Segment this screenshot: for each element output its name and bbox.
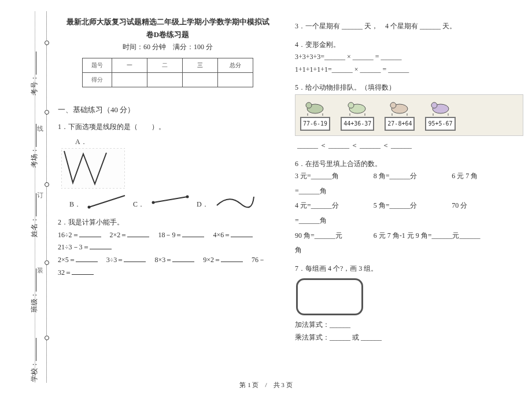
- score-cell: [218, 73, 253, 87]
- expr: 32＝: [58, 268, 72, 277]
- animal-icon: [386, 98, 413, 116]
- time-score-meta: 时间：60 分钟 满分：100 分: [58, 42, 278, 52]
- score-header-label: 题号: [83, 58, 112, 73]
- q5-animal-2: 44+36-37: [341, 98, 374, 131]
- text: 考号：: [30, 75, 38, 95]
- svg-point-4: [152, 201, 155, 204]
- question-7: 7．每组画 4 个?，画 3 组。 加法算式：______ 乘法算式：_____…: [295, 263, 523, 344]
- svg-point-5: [186, 196, 189, 198]
- q6-cell: 4 元=______分: [295, 200, 367, 212]
- q6-stem: 6．在括号里填上合适的数。: [295, 158, 523, 171]
- q6-cell: 3 元=______角: [295, 170, 367, 183]
- q5-expr-2: 44+36-37: [341, 117, 374, 131]
- title-line2: 卷D卷练习题: [58, 30, 278, 40]
- score-col-total: 总分: [218, 58, 253, 73]
- binding-label-id: 考号：: [29, 51, 39, 95]
- score-col-2: 二: [147, 58, 183, 73]
- svg-point-7: [306, 102, 312, 108]
- score-table: 题号 一 二 三 总分 得分: [82, 58, 253, 87]
- text: 学校：: [30, 361, 38, 382]
- question-5: 5．给小动物排排队。（填得数） 77-6-19 44+36-37 27-8+64…: [295, 82, 523, 152]
- expr: 2×5＝: [58, 256, 76, 264]
- q1-figure-c: [150, 191, 191, 211]
- binding-label-name: 姓名：: [29, 193, 39, 237]
- q1-figure-b: [87, 191, 127, 211]
- q4-line2: 1+1+1+1+1=______ × ______ = ______: [295, 64, 523, 76]
- svg-line-3: [153, 197, 187, 202]
- q6-cell: 70 分: [452, 200, 523, 212]
- binding-column: 订 线 装 学校： 班级： 姓名： 考场： 考号：: [0, 0, 52, 394]
- animal-icon: [302, 98, 328, 116]
- q7-addition: 加法算式：______: [295, 319, 523, 332]
- question-4: 4．变形金刚。 3+3+3+3=______ × ______ = ______…: [295, 39, 523, 76]
- q7-multiplication: 乘法算式：______ 或 ______: [295, 332, 523, 344]
- section-1-heading: 一、基础练习（40 分）: [58, 105, 278, 115]
- expr: 16÷2＝: [58, 231, 79, 239]
- q6-cell: =______角: [295, 185, 523, 198]
- q2-line2: 21÷3－3＝: [58, 241, 278, 254]
- q3-text: 3．一个星期有 ______ 天， 4 个星期有 ______ 天。: [295, 22, 456, 30]
- text: 班级：: [30, 292, 38, 312]
- expr: 76－: [252, 256, 265, 264]
- score-cell: [147, 73, 183, 87]
- binding-label-school: 学校：: [29, 338, 39, 382]
- q5-animal-3: 27-8+64: [385, 98, 415, 131]
- expr: 21÷3－3＝: [58, 243, 90, 251]
- q1-stem: 1．下面选项是线段的是（ ）。: [58, 121, 278, 134]
- q6-cell: =______角: [295, 215, 523, 227]
- q7-draw-box: [296, 278, 363, 315]
- question-6: 6．在括号里填上合适的数。 3 元=______角 8 角=______分 6 …: [295, 158, 523, 257]
- q5-animal-1: 77-6-19: [300, 98, 330, 131]
- svg-line-1: [89, 196, 125, 207]
- page-footer: 第 1 页 / 共 3 页: [0, 381, 532, 389]
- score-col-3: 三: [183, 58, 218, 73]
- expr: 4×6＝: [213, 231, 231, 239]
- q5-expr-4: 95+5-67: [425, 117, 455, 131]
- q1-option-b-label: B．: [69, 198, 81, 211]
- q6-cell: 6 元 7 角-1 元 9 角=______元______: [374, 230, 523, 242]
- binding-dot: [45, 336, 49, 340]
- svg-point-15: [390, 102, 396, 108]
- binding-dot: [45, 40, 49, 45]
- q6-grid: 3 元=______角 8 角=______分 6 元 7 角 =______角…: [295, 170, 523, 257]
- q6-cell: 6 元 7 角: [452, 170, 523, 183]
- binding-dotted-line-outer: [46, 12, 47, 382]
- expr: 8×3＝: [154, 256, 172, 264]
- binding-label-class: 班级：: [29, 268, 39, 312]
- q5-expr-3: 27-8+64: [385, 117, 415, 131]
- expr: 2×2＝: [110, 231, 128, 239]
- q6-cell: 5 角=______分: [374, 200, 445, 212]
- score-cell: [183, 73, 218, 87]
- q5-expr-1: 77-6-19: [300, 117, 330, 131]
- svg-point-2: [88, 206, 91, 209]
- score-cell: [112, 73, 147, 87]
- expr: 18－9＝: [158, 231, 182, 239]
- q1-figure-d: [215, 191, 255, 211]
- expr: 3÷3＝: [106, 256, 124, 264]
- q5-animal-4: 95+5-67: [425, 98, 455, 131]
- q5-stem: 5．给小动物排排队。（填得数）: [295, 82, 523, 94]
- score-row-label: 得分: [83, 73, 112, 87]
- left-column: 最新北师大版复习试题精选二年级上学期小学数学期中模拟试 卷D卷练习题 时间：60…: [58, 14, 278, 371]
- q6-cell: 8 角=______分: [374, 170, 445, 183]
- score-col-1: 一: [112, 58, 147, 73]
- svg-point-11: [348, 102, 354, 108]
- title-line1: 最新北师大版复习试题精选二年级上学期小学数学期中模拟试: [58, 17, 278, 27]
- question-1: 1．下面选项是线段的是（ ）。 A． B． C． D．: [58, 121, 278, 211]
- right-column: 3．一个星期有 ______ 天， 4 个星期有 ______ 天。 4．变形金…: [295, 14, 523, 371]
- text: 考场：: [30, 147, 38, 168]
- expr: 9×2＝: [203, 256, 221, 264]
- binding-dot: [45, 110, 49, 115]
- q5-animal-row: 77-6-19 44+36-37 27-8+64 95+5-67: [295, 94, 523, 136]
- q2-line1: 16÷2＝ 2×2＝ 18－9＝ 4×6＝: [58, 229, 278, 242]
- q4-stem: 4．变形金刚。: [295, 39, 523, 51]
- q2-line4: 32＝: [58, 267, 278, 279]
- q7-stem: 7．每组画 4 个?，画 3 组。: [295, 263, 523, 275]
- question-2: 2．我是计算小能手。 16÷2＝ 2×2＝ 18－9＝ 4×6＝ 21÷3－3＝…: [58, 216, 278, 279]
- animal-icon: [344, 98, 371, 116]
- q6-cell: 90 角=______元: [295, 230, 367, 242]
- binding-dot: [45, 182, 49, 187]
- q2-stem: 2．我是计算小能手。: [58, 216, 278, 229]
- q4-line1: 3+3+3+3=______ × ______ = ______: [295, 51, 523, 64]
- q2-line3: 2×5＝ 3÷3＝ 8×3＝ 9×2＝ 76－: [58, 254, 278, 267]
